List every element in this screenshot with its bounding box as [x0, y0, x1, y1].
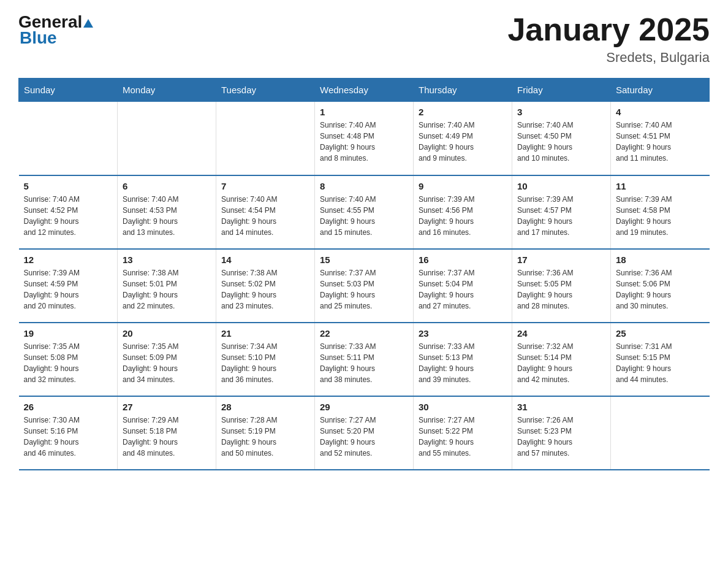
- day-info: Sunrise: 7:38 AM Sunset: 5:02 PM Dayligh…: [221, 267, 309, 312]
- day-info: Sunrise: 7:30 AM Sunset: 5:16 PM Dayligh…: [24, 415, 113, 459]
- logo: General Blue: [18, 12, 94, 48]
- day-info: Sunrise: 7:33 AM Sunset: 5:13 PM Dayligh…: [419, 341, 507, 385]
- day-number: 11: [616, 181, 705, 191]
- day-info: Sunrise: 7:40 AM Sunset: 4:55 PM Dayligh…: [320, 194, 408, 238]
- table-row: 29Sunrise: 7:27 AM Sunset: 5:20 PM Dayli…: [315, 396, 414, 470]
- table-row: 21Sunrise: 7:34 AM Sunset: 5:10 PM Dayli…: [216, 323, 315, 396]
- day-number: 27: [123, 402, 211, 412]
- day-info: Sunrise: 7:40 AM Sunset: 4:48 PM Dayligh…: [320, 120, 408, 164]
- table-row: 26Sunrise: 7:30 AM Sunset: 5:16 PM Dayli…: [19, 396, 118, 470]
- calendar-header: Sunday Monday Tuesday Wednesday Thursday…: [19, 79, 710, 102]
- day-number: 28: [221, 402, 309, 412]
- table-row: 14Sunrise: 7:38 AM Sunset: 5:02 PM Dayli…: [216, 249, 315, 323]
- day-number: 18: [616, 255, 705, 265]
- table-row: 9Sunrise: 7:39 AM Sunset: 4:56 PM Daylig…: [414, 175, 512, 249]
- calendar-table: Sunday Monday Tuesday Wednesday Thursday…: [18, 78, 710, 470]
- day-number: 19: [24, 328, 113, 339]
- header-tuesday: Tuesday: [216, 79, 315, 102]
- day-info: Sunrise: 7:40 AM Sunset: 4:49 PM Dayligh…: [419, 120, 507, 164]
- day-number: 20: [123, 328, 211, 339]
- header-saturday: Saturday: [611, 79, 710, 102]
- header-monday: Monday: [118, 79, 216, 102]
- svg-marker-0: [83, 19, 93, 28]
- day-number: 15: [320, 255, 408, 265]
- day-info: Sunrise: 7:27 AM Sunset: 5:20 PM Dayligh…: [320, 415, 408, 459]
- day-info: Sunrise: 7:40 AM Sunset: 4:54 PM Dayligh…: [221, 194, 309, 238]
- table-row: 24Sunrise: 7:32 AM Sunset: 5:14 PM Dayli…: [512, 323, 611, 396]
- day-info: Sunrise: 7:26 AM Sunset: 5:23 PM Dayligh…: [517, 415, 605, 459]
- day-number: 1: [320, 107, 408, 117]
- table-row: 7Sunrise: 7:40 AM Sunset: 4:54 PM Daylig…: [216, 175, 315, 249]
- table-row: 22Sunrise: 7:33 AM Sunset: 5:11 PM Dayli…: [315, 323, 414, 396]
- table-row: 11Sunrise: 7:39 AM Sunset: 4:58 PM Dayli…: [611, 175, 710, 249]
- page-title: January 2025: [507, 12, 710, 47]
- day-info: Sunrise: 7:32 AM Sunset: 5:14 PM Dayligh…: [517, 341, 605, 385]
- day-info: Sunrise: 7:33 AM Sunset: 5:11 PM Dayligh…: [320, 341, 408, 385]
- day-info: Sunrise: 7:39 AM Sunset: 4:57 PM Dayligh…: [517, 194, 605, 238]
- table-row: 6Sunrise: 7:40 AM Sunset: 4:53 PM Daylig…: [118, 175, 216, 249]
- table-row: 19Sunrise: 7:35 AM Sunset: 5:08 PM Dayli…: [19, 323, 118, 396]
- table-row: 4Sunrise: 7:40 AM Sunset: 4:51 PM Daylig…: [611, 102, 710, 175]
- day-number: 22: [320, 328, 408, 339]
- table-row: 2Sunrise: 7:40 AM Sunset: 4:49 PM Daylig…: [414, 102, 512, 175]
- table-row: 28Sunrise: 7:28 AM Sunset: 5:19 PM Dayli…: [216, 396, 315, 470]
- subtitle: Sredets, Bulgaria: [507, 50, 710, 66]
- day-info: Sunrise: 7:28 AM Sunset: 5:19 PM Dayligh…: [221, 415, 309, 459]
- title-area: January 2025 Sredets, Bulgaria: [507, 12, 710, 66]
- day-info: Sunrise: 7:40 AM Sunset: 4:51 PM Dayligh…: [616, 120, 705, 164]
- table-row: 10Sunrise: 7:39 AM Sunset: 4:57 PM Dayli…: [512, 175, 611, 249]
- day-number: 5: [24, 181, 113, 191]
- table-row: 18Sunrise: 7:36 AM Sunset: 5:06 PM Dayli…: [611, 249, 710, 323]
- day-number: 8: [320, 181, 408, 191]
- header-friday: Friday: [512, 79, 611, 102]
- table-row: 17Sunrise: 7:36 AM Sunset: 5:05 PM Dayli…: [512, 249, 611, 323]
- table-row: 23Sunrise: 7:33 AM Sunset: 5:13 PM Dayli…: [414, 323, 512, 396]
- table-row: 31Sunrise: 7:26 AM Sunset: 5:23 PM Dayli…: [512, 396, 611, 470]
- day-number: 10: [517, 181, 605, 191]
- logo-blue-text: Blue: [20, 28, 57, 48]
- table-row: 12Sunrise: 7:39 AM Sunset: 4:59 PM Dayli…: [19, 249, 118, 323]
- day-number: 7: [221, 181, 309, 191]
- table-row: 20Sunrise: 7:35 AM Sunset: 5:09 PM Dayli…: [118, 323, 216, 396]
- day-number: 12: [24, 255, 113, 265]
- table-row: [216, 102, 315, 175]
- day-info: Sunrise: 7:29 AM Sunset: 5:18 PM Dayligh…: [123, 415, 211, 459]
- day-number: 16: [419, 255, 507, 265]
- table-row: 1Sunrise: 7:40 AM Sunset: 4:48 PM Daylig…: [315, 102, 414, 175]
- day-info: Sunrise: 7:35 AM Sunset: 5:09 PM Dayligh…: [123, 341, 211, 385]
- day-info: Sunrise: 7:40 AM Sunset: 4:53 PM Dayligh…: [123, 194, 211, 238]
- day-number: 9: [419, 181, 507, 191]
- day-number: 14: [221, 255, 309, 265]
- day-number: 31: [517, 402, 605, 412]
- day-number: 23: [419, 328, 507, 339]
- header-thursday: Thursday: [414, 79, 512, 102]
- day-info: Sunrise: 7:27 AM Sunset: 5:22 PM Dayligh…: [419, 415, 507, 459]
- day-number: 24: [517, 328, 605, 339]
- header-sunday: Sunday: [19, 79, 118, 102]
- table-row: [611, 396, 710, 470]
- day-number: 6: [123, 181, 211, 191]
- day-number: 30: [419, 402, 507, 412]
- day-info: Sunrise: 7:39 AM Sunset: 4:56 PM Dayligh…: [419, 194, 507, 238]
- table-row: 13Sunrise: 7:38 AM Sunset: 5:01 PM Dayli…: [118, 249, 216, 323]
- day-number: 25: [616, 328, 705, 339]
- table-row: 15Sunrise: 7:37 AM Sunset: 5:03 PM Dayli…: [315, 249, 414, 323]
- day-info: Sunrise: 7:36 AM Sunset: 5:05 PM Dayligh…: [517, 267, 605, 312]
- table-row: 27Sunrise: 7:29 AM Sunset: 5:18 PM Dayli…: [118, 396, 216, 470]
- day-info: Sunrise: 7:36 AM Sunset: 5:06 PM Dayligh…: [616, 267, 705, 312]
- day-number: 13: [123, 255, 211, 265]
- table-row: 3Sunrise: 7:40 AM Sunset: 4:50 PM Daylig…: [512, 102, 611, 175]
- day-number: 29: [320, 402, 408, 412]
- day-number: 3: [517, 107, 605, 117]
- day-info: Sunrise: 7:40 AM Sunset: 4:52 PM Dayligh…: [24, 194, 113, 238]
- day-info: Sunrise: 7:35 AM Sunset: 5:08 PM Dayligh…: [24, 341, 113, 385]
- day-info: Sunrise: 7:39 AM Sunset: 4:58 PM Dayligh…: [616, 194, 705, 238]
- table-row: 5Sunrise: 7:40 AM Sunset: 4:52 PM Daylig…: [19, 175, 118, 249]
- header-wednesday: Wednesday: [315, 79, 414, 102]
- logo-triangle-icon: [83, 13, 94, 33]
- table-row: 25Sunrise: 7:31 AM Sunset: 5:15 PM Dayli…: [611, 323, 710, 396]
- day-info: Sunrise: 7:38 AM Sunset: 5:01 PM Dayligh…: [123, 267, 211, 312]
- calendar-body: 1Sunrise: 7:40 AM Sunset: 4:48 PM Daylig…: [19, 102, 710, 470]
- table-row: 8Sunrise: 7:40 AM Sunset: 4:55 PM Daylig…: [315, 175, 414, 249]
- table-row: 30Sunrise: 7:27 AM Sunset: 5:22 PM Dayli…: [414, 396, 512, 470]
